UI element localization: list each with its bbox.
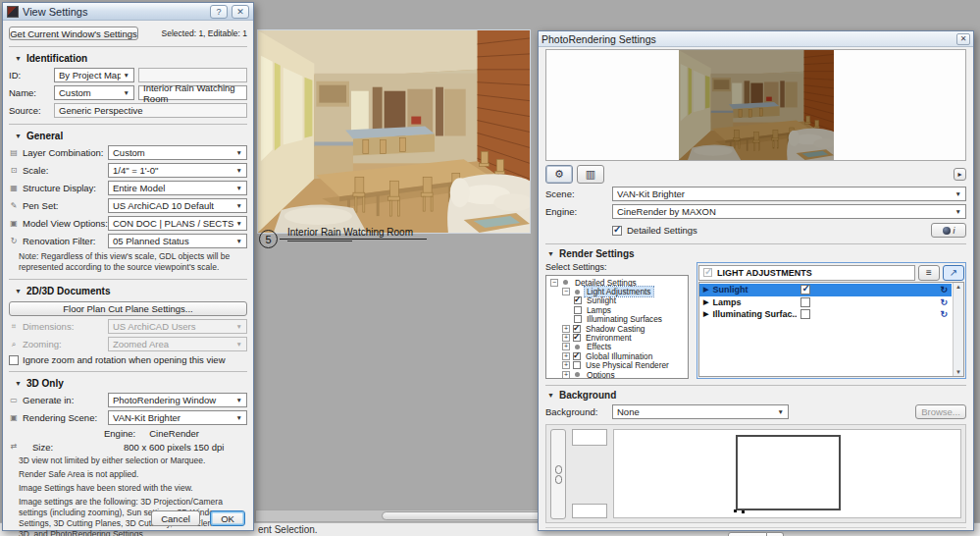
- general-row-dropdown[interactable]: Custom: [108, 145, 247, 160]
- light-adjustments-header[interactable]: LIGHT ADJUSTMENTS: [698, 265, 915, 281]
- collapse-icon[interactable]: −: [562, 288, 570, 295]
- row-expand-icon[interactable]: ▶: [703, 310, 708, 318]
- bullet-icon: [563, 280, 568, 285]
- tree-item-environment[interactable]: +Environment: [546, 333, 688, 342]
- close-button[interactable]: ✕: [956, 33, 970, 45]
- get-current-window-settings-button[interactable]: Get Current Window's Settings: [9, 27, 138, 40]
- id-value-field[interactable]: [138, 68, 247, 82]
- scene-label: Scene:: [545, 188, 608, 199]
- reset-icon[interactable]: ↻: [940, 297, 948, 307]
- view-settings-titlebar[interactable]: View Settings ? ✕: [3, 3, 253, 21]
- name-value-field[interactable]: Interior Rain Watching Room: [138, 85, 247, 100]
- expand-icon[interactable]: +: [562, 325, 570, 333]
- scroll-down-icon[interactable]: ▼: [955, 369, 961, 375]
- tree-item-lamps[interactable]: Lamps: [546, 305, 688, 314]
- section-identification[interactable]: ▼ Identification: [9, 46, 247, 65]
- light-item-illuminating-surfac-[interactable]: ▶Illuminating Surfac...↻: [699, 308, 952, 321]
- tree-item-detailed-settings[interactable]: −Detailed Settings: [546, 278, 688, 287]
- detailed-settings-checkbox[interactable]: [612, 226, 622, 236]
- render-camera-button[interactable]: [728, 532, 767, 536]
- browse-button[interactable]: Browse...: [915, 404, 966, 419]
- row-expand-icon[interactable]: ▶: [703, 286, 708, 294]
- photorendering-titlebar[interactable]: PhotoRendering Settings ✕: [539, 31, 973, 47]
- section-3d-only[interactable]: ▼ 3D Only: [9, 371, 247, 390]
- general-row-dropdown[interactable]: US ArchiCAD 10 Default: [108, 198, 247, 213]
- light-item-checkbox[interactable]: [800, 297, 810, 307]
- general-row-dropdown[interactable]: 05 Planned Status: [108, 234, 247, 248]
- export-settings-button[interactable]: ↗: [943, 265, 964, 281]
- section-general[interactable]: ▼ General: [9, 124, 247, 142]
- light-item-checkbox[interactable]: [800, 309, 810, 319]
- expand-icon[interactable]: +: [562, 352, 570, 360]
- drawing-title-marker[interactable]: 5 Interior Rain Watching Room: [259, 227, 427, 248]
- light-item-sunlight[interactable]: ▶Sunlight↻: [699, 284, 952, 296]
- light-adjustments-list[interactable]: ▲▼ ▶Sunlight↻▶Lamps↻▶Illuminating Surfac…: [698, 282, 964, 377]
- background-canvas[interactable]: [613, 429, 961, 518]
- tree-checkbox[interactable]: [574, 296, 582, 304]
- photorendering-title: PhotoRendering Settings: [542, 33, 956, 45]
- render-camera-dropdown[interactable]: ▼: [767, 532, 784, 536]
- tree-checkbox[interactable]: [573, 361, 581, 369]
- light-item-checkbox[interactable]: [800, 285, 810, 295]
- expand-icon[interactable]: +: [562, 343, 570, 350]
- tree-checkbox[interactable]: [573, 334, 581, 342]
- reset-icon[interactable]: ↻: [940, 285, 948, 295]
- ignore-zoom-checkbox[interactable]: [9, 355, 19, 365]
- settings-tree[interactable]: −Detailed Settings−Light AdjustmentsSunl…: [545, 275, 689, 379]
- collapse-icon[interactable]: −: [550, 279, 558, 287]
- background-dropdown[interactable]: None: [612, 404, 789, 419]
- section-background[interactable]: ▼ Background: [545, 385, 966, 402]
- light-item-lamps[interactable]: ▶Lamps↻: [699, 296, 952, 309]
- ground-color-swatch[interactable]: [572, 504, 607, 518]
- help-button[interactable]: ?: [210, 5, 228, 19]
- general-row-dropdown[interactable]: 1/4" = 1'-0": [108, 163, 247, 178]
- tree-checkbox[interactable]: [573, 352, 581, 360]
- general-row-dropdown[interactable]: Entire Model: [108, 181, 247, 195]
- reset-icon[interactable]: ↻: [940, 309, 948, 319]
- rendering-scene-dropdown[interactable]: VAN-Kit Brighter: [108, 410, 247, 425]
- name-mode-dropdown[interactable]: Custom: [54, 85, 134, 100]
- id-mode-dropdown[interactable]: By Project Map: [54, 68, 134, 82]
- engine-info-button[interactable]: i: [931, 223, 966, 238]
- tree-item-illuminating-surfaces[interactable]: Illuminating Surfaces: [546, 315, 688, 324]
- section-2d3d-documents[interactable]: ▼ 2D/3D Documents: [9, 279, 247, 297]
- scroll-up-icon[interactable]: ▲: [955, 284, 961, 290]
- tree-item-shadow-casting[interactable]: +Shadow Casting: [546, 324, 688, 333]
- generate-in-dropdown[interactable]: PhotoRendering Window: [108, 393, 247, 407]
- floor-plan-cut-plane-button[interactable]: Floor Plan Cut Plane Settings...: [9, 301, 247, 316]
- tab-settings-gear[interactable]: ⚙: [545, 165, 573, 184]
- expand-icon[interactable]: +: [562, 361, 570, 369]
- ok-button[interactable]: OK: [210, 510, 245, 526]
- light-adjustments-checkbox[interactable]: [703, 268, 712, 277]
- scene-dropdown[interactable]: VAN-Kit Brighter: [612, 187, 966, 201]
- tree-item-effects[interactable]: +Effects: [546, 343, 688, 351]
- general-row-dropdown[interactable]: CON DOC | PLANS / SECTS / ELEVS: [108, 216, 247, 231]
- row-expand-icon[interactable]: ▶: [703, 298, 708, 306]
- export-icon: ↗: [950, 267, 957, 278]
- expand-icon[interactable]: +: [562, 371, 570, 379]
- expand-panel-button[interactable]: ▸: [954, 168, 966, 181]
- general-row-label: Structure Display:: [23, 183, 104, 193]
- section-render-settings[interactable]: ▼ Render Settings: [545, 243, 966, 260]
- close-button[interactable]: ✕: [232, 5, 249, 19]
- bullet-icon: [575, 372, 580, 377]
- rendered-view-image[interactable]: [257, 29, 531, 234]
- tab-preview-display[interactable]: ▥: [577, 165, 604, 184]
- list-view-button[interactable]: ≡: [918, 265, 940, 281]
- tree-item-use-physical-renderer[interactable]: +Use Physical Renderer: [546, 361, 688, 370]
- tree-checkbox[interactable]: [574, 306, 582, 314]
- tree-item-global-illumination[interactable]: +Global Illumination: [546, 351, 688, 360]
- section-collapse-icon: ▼: [547, 250, 554, 257]
- render-frame-rectangle[interactable]: [736, 435, 842, 510]
- tree-item-sunlight[interactable]: Sunlight: [546, 296, 688, 305]
- link-colors-control[interactable]: [550, 429, 566, 519]
- cancel-button[interactable]: Cancel: [151, 510, 200, 526]
- detailed-settings-label: Detailed Settings: [627, 225, 697, 236]
- tree-item-options[interactable]: +Options: [546, 370, 688, 379]
- engine-dropdown[interactable]: CineRender by MAXON: [612, 204, 966, 219]
- vertical-scrollbar[interactable]: ▲▼: [953, 283, 963, 376]
- tree-item-light-adjustments[interactable]: −Light Adjustments: [546, 287, 688, 295]
- expand-icon[interactable]: +: [562, 334, 570, 342]
- sky-color-swatch[interactable]: [572, 429, 607, 446]
- render-preview-image[interactable]: [679, 50, 834, 160]
